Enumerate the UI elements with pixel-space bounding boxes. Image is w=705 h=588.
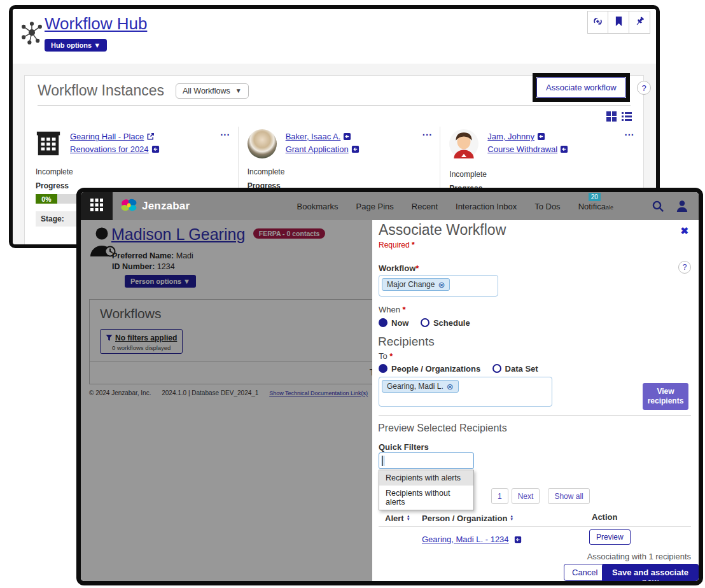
open-window-icon[interactable] [351, 144, 359, 156]
card-menu-button[interactable]: ... [220, 127, 230, 137]
panel-help-button[interactable]: ? [678, 261, 691, 274]
card-status: Incomplete [248, 167, 434, 176]
hub-toolbar [587, 11, 650, 34]
associate-workflow-button[interactable]: Associate workflow [536, 77, 626, 98]
notification-count-badge: 20 [589, 193, 601, 201]
ferpa-badge: FERPA - 0 contacts [253, 228, 326, 239]
radio-schedule[interactable] [421, 318, 429, 327]
nav-to-dos[interactable]: To Dos [534, 202, 560, 211]
pin-button[interactable] [629, 11, 650, 34]
open-window-icon[interactable] [343, 132, 351, 143]
list-view-icon[interactable] [622, 111, 632, 124]
nav-links: Bookmarks Page Pins Recent Interaction I… [297, 202, 613, 211]
close-icon[interactable]: ✖ [680, 225, 688, 237]
person-page: Madison L Gearing FERPA - 0 contacts Pre… [81, 220, 372, 581]
avatar-cartoon-johnny [449, 129, 478, 161]
workflow-link[interactable]: Grant Application [286, 144, 349, 154]
recipients-heading: Recipients [378, 335, 435, 349]
bookmark-button[interactable] [608, 11, 629, 34]
card-menu-button[interactable]: ... [422, 127, 433, 137]
preview-recipients-heading: Preview Selected Recipients [378, 423, 507, 434]
quick-filters-input[interactable] [379, 452, 474, 469]
grid-view-icon[interactable] [606, 111, 617, 124]
search-icon[interactable] [652, 200, 664, 213]
page-next-button[interactable]: Next [512, 488, 540, 504]
view-toggles [606, 111, 632, 124]
associating-note: Associating with 1 recipients [587, 552, 691, 561]
card-menu-button[interactable]: ... [624, 127, 634, 137]
person-link[interactable]: Baker, Isaac A. [286, 132, 341, 141]
workflows-section-card: Workflows No filters applied 0 workflows… [89, 299, 372, 384]
refresh-add-button[interactable] [587, 11, 608, 34]
avatar-photo-baker [248, 129, 277, 158]
hub-header: Workflow Hub Hub options ▼ [13, 9, 656, 64]
notification-truncated-text: ale [606, 204, 613, 211]
person-options-button[interactable]: Person options ▼ [125, 275, 196, 288]
jenzabar-logo[interactable]: Jenzabar [120, 197, 190, 216]
user-profile-icon[interactable] [676, 200, 688, 213]
nav-interaction-inbox[interactable]: Interaction Inbox [456, 202, 517, 211]
col-header-alert[interactable]: Alert▲▼ [385, 512, 410, 524]
sort-icon: ▲▼ [510, 515, 513, 521]
nav-recent[interactable]: Recent [412, 202, 438, 211]
open-window-icon[interactable] [560, 144, 568, 156]
radio-data-set[interactable] [492, 364, 501, 373]
dropdown-option-without-alerts[interactable]: Recipients without alerts [379, 486, 473, 510]
workflow-input[interactable]: Major Change ⊗ [379, 275, 498, 297]
building-icon [36, 129, 61, 158]
sort-icon: ▲▼ [407, 515, 410, 521]
card-status: Incomplete [36, 167, 232, 176]
save-and-associate-button[interactable]: Save and associate now [602, 564, 699, 585]
id-number-row: ID Number: 1234 [112, 262, 193, 272]
preview-button[interactable]: Preview [589, 529, 631, 545]
workflow-link[interactable]: Course Withdrawal [487, 144, 557, 154]
workflow-filter-select[interactable]: All Workflows ▼ [176, 83, 249, 99]
app-grid-button[interactable] [81, 192, 113, 220]
required-note: Required * [379, 241, 415, 249]
col-header-action: Action [592, 512, 617, 522]
help-button[interactable]: ? [637, 81, 651, 95]
open-window-icon[interactable] [151, 144, 160, 156]
divider [90, 361, 372, 362]
filters-button[interactable]: No filters applied 0 workflows displayed [100, 329, 183, 354]
quick-filters-dropdown: Recipients with alerts Recipients withou… [379, 470, 474, 510]
chip-remove-icon[interactable]: ⊗ [438, 281, 445, 289]
recipient-chip: Gearing, Madi L. ⊗ [382, 380, 459, 393]
nav-icons [652, 200, 688, 213]
workflow-link-line2[interactable]: Renovations for 2024 [70, 144, 149, 154]
hub-options-button[interactable]: Hub options ▼ [45, 39, 107, 52]
filter-funnel-icon [106, 332, 113, 344]
workflow-chip: Major Change ⊗ [382, 278, 450, 291]
chip-remove-icon[interactable]: ⊗ [447, 382, 454, 391]
nav-notifications[interactable]: 20 Notificaale [578, 202, 613, 211]
top-navbar: Jenzabar Bookmarks Page Pins Recent Inte… [81, 192, 699, 220]
open-window-icon[interactable] [514, 535, 522, 546]
person-name-link[interactable]: Madison L Gearing [111, 225, 245, 243]
recipient-row-link[interactable]: Gearing, Madi L. - 1234 [422, 535, 509, 544]
show-all-button[interactable]: Show all [548, 488, 589, 504]
filter-subtext: 0 workflows displayed [106, 344, 177, 351]
divider [379, 526, 691, 527]
cancel-button[interactable]: Cancel [564, 564, 606, 581]
jenzabar-content: Madison L Gearing FERPA - 0 contacts Pre… [81, 220, 699, 581]
person-link[interactable]: Jam, Johnny [487, 132, 534, 141]
copyright-text: © 2024 Jenzabar, Inc. [89, 389, 151, 396]
dropdown-option-with-alerts[interactable]: Recipients with alerts [379, 470, 473, 486]
workflow-link-line1[interactable]: Gearing Hall - Place [70, 132, 144, 141]
page-1-button[interactable]: 1 [491, 488, 508, 504]
nav-page-pins[interactable]: Page Pins [356, 202, 394, 211]
view-recipients-button[interactable]: View recipients [643, 383, 688, 410]
open-window-icon[interactable] [537, 132, 545, 143]
app-grid-icon [90, 199, 103, 214]
radio-now[interactable] [379, 318, 387, 327]
page-title-link[interactable]: Workflow Hub [45, 14, 147, 34]
quick-filters-label: Quick Filters [379, 442, 429, 452]
radio-people-organizations[interactable] [379, 364, 387, 373]
when-field-label: When * [379, 305, 406, 314]
col-header-person[interactable]: Person / Organization▲▼ [422, 512, 513, 524]
table-row: Gearing, Madi L. - 1234 [422, 533, 522, 546]
recipients-input[interactable]: Gearing, Madi L. ⊗ [379, 377, 552, 407]
nav-bookmarks[interactable]: Bookmarks [297, 202, 339, 211]
tech-doc-link[interactable]: Show Technical Documentation Link(s) [269, 390, 368, 396]
external-link-icon[interactable] [146, 132, 155, 143]
